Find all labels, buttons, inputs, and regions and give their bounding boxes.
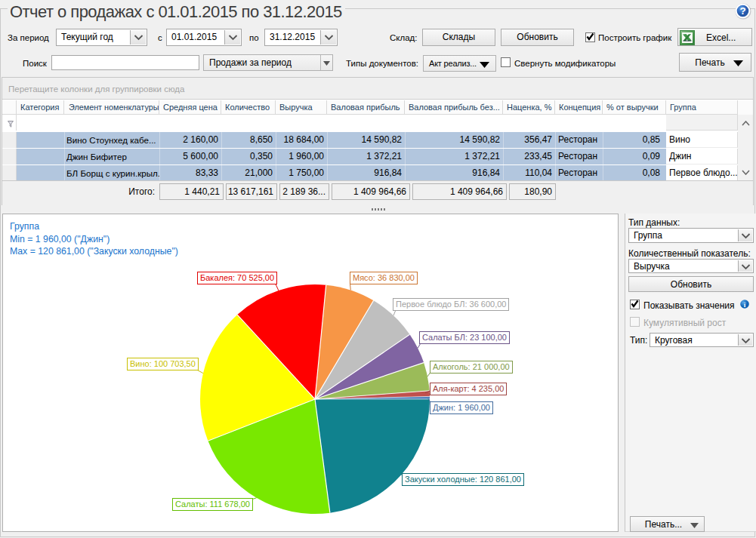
svg-text:?: ? (739, 5, 745, 17)
